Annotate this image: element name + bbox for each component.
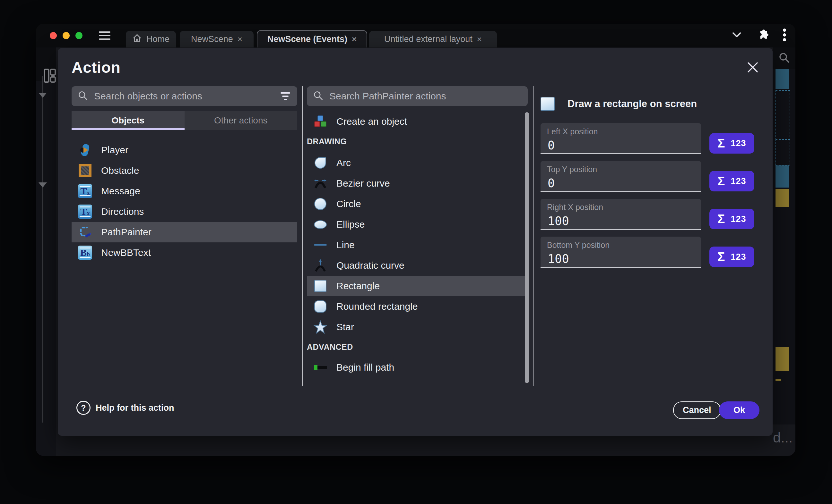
actions-search-box — [307, 86, 528, 106]
action-row-quadratic-curve[interactable]: Quadratic curve — [307, 255, 528, 276]
action-row-line[interactable]: Line — [307, 235, 528, 255]
create-object-icon — [313, 114, 328, 129]
field-label: Bottom Y position — [547, 241, 701, 250]
section-header-drawing: DRAWING — [307, 137, 528, 146]
layout-panels-icon[interactable] — [44, 68, 56, 84]
field-input[interactable] — [547, 252, 690, 266]
circle-icon — [313, 197, 328, 211]
event-block-teal — [776, 69, 789, 89]
tree-collapse-icon[interactable] — [38, 93, 47, 98]
events-text-fragment: d... — [773, 430, 792, 446]
window-tab-home[interactable]: Home — [126, 31, 176, 48]
field-row-bottom-y-position: Bottom Y positionΣ123 — [541, 236, 757, 268]
object-row-newbbtext[interactable]: Bb NewBBText — [72, 242, 297, 263]
expression-editor-button[interactable]: Σ123 — [709, 133, 754, 153]
action-dialog: Action Objects — [58, 48, 773, 436]
expression-editor-button[interactable]: Σ123 — [709, 209, 754, 229]
ok-button[interactable]: Ok — [719, 401, 759, 419]
help-link[interactable]: ? Help for this action — [76, 401, 174, 415]
scrollbar-thumb[interactable] — [525, 112, 529, 383]
expression-editor-button[interactable]: Σ123 — [709, 247, 754, 267]
tab-close-icon[interactable]: × — [352, 34, 357, 44]
search-icon — [77, 90, 88, 102]
event-block-olive — [776, 347, 789, 371]
app-window: HomeNewScene×NewScene (Events)×Untitled … — [36, 24, 796, 456]
rectangle-icon — [313, 279, 328, 293]
action-row-arc[interactable]: Arc — [307, 152, 528, 173]
editor-left-toolbar — [36, 48, 56, 456]
window-tab-untitled-external-layout[interactable]: Untitled external layout× — [369, 31, 497, 48]
field-label: Right X position — [547, 203, 701, 212]
field-input[interactable] — [547, 138, 690, 152]
event-block-teal — [776, 165, 789, 188]
begin-fill-path-icon — [313, 360, 328, 374]
field-label: Top Y position — [547, 165, 701, 174]
tab-objects[interactable]: Objects — [72, 111, 185, 130]
expression-editor-button[interactable]: Σ123 — [709, 171, 754, 191]
chevron-down-icon[interactable] — [731, 29, 743, 42]
object-row-obstacle[interactable]: Obstacle — [72, 160, 297, 181]
action-row-clipped[interactable] — [307, 378, 528, 386]
column-divider — [302, 86, 303, 386]
tab-close-icon[interactable]: × — [477, 34, 482, 44]
window-tab-newscene[interactable]: NewScene× — [180, 31, 254, 48]
field-input[interactable] — [547, 176, 690, 191]
home-icon — [132, 33, 142, 45]
tree-collapse-icon[interactable] — [38, 183, 47, 188]
window-tab-newscene-events-[interactable]: NewScene (Events)× — [257, 30, 367, 48]
text-object-icon: Tx — [78, 204, 92, 219]
traffic-light-minimize[interactable] — [62, 32, 70, 39]
field-input[interactable] — [547, 214, 690, 228]
action-header: Draw a rectangle on screen — [541, 97, 697, 111]
filter-icon[interactable] — [279, 91, 291, 101]
screenshot-stage: HomeNewScene×NewScene (Events)×Untitled … — [0, 0, 832, 504]
field-box: Bottom Y position — [541, 236, 701, 268]
help-icon: ? — [76, 401, 90, 415]
event-block-olive — [776, 189, 789, 207]
search-icon — [313, 90, 323, 102]
action-title: Draw a rectangle on screen — [568, 98, 697, 110]
event-tree-line — [42, 76, 43, 423]
bbtext-icon: Bb — [78, 246, 92, 260]
path-painter-icon — [78, 225, 92, 239]
objects-search-input[interactable] — [94, 90, 279, 102]
star-icon — [313, 320, 328, 334]
sigma-icon: Σ — [718, 250, 725, 264]
events-search-icon[interactable] — [778, 52, 790, 65]
traffic-light-close[interactable] — [50, 32, 57, 39]
field-box: Top Y position — [541, 161, 701, 192]
object-row-player[interactable]: Player — [72, 140, 297, 160]
events-sheet-edge — [773, 48, 796, 424]
action-row-circle[interactable]: Circle — [307, 194, 528, 214]
sigma-icon: Σ — [718, 212, 725, 226]
action-row-star[interactable]: Star — [307, 317, 528, 337]
action-row-bezier-curve[interactable]: Bezier curve — [307, 173, 528, 194]
player-icon — [78, 143, 92, 157]
traffic-light-zoom[interactable] — [75, 32, 82, 39]
column-divider — [534, 86, 534, 386]
events-search-strip — [773, 48, 796, 69]
action-row-ellipse[interactable]: Ellipse — [307, 214, 528, 235]
actions-search-input[interactable] — [329, 90, 522, 102]
event-block-olive-dash — [776, 379, 781, 381]
event-block-dashed — [776, 139, 790, 165]
action-row-rectangle[interactable]: Rectangle — [307, 276, 528, 296]
tab-close-icon[interactable]: × — [237, 34, 242, 44]
tab-other-actions[interactable]: Other actions — [185, 111, 297, 130]
action-row-begin-fill-path[interactable]: Begin fill path — [307, 357, 528, 378]
field-label: Left X position — [547, 127, 701, 136]
field-row-right-x-position: Right X positionΣ123 — [541, 199, 757, 230]
hamburger-menu-button[interactable] — [99, 31, 110, 40]
line-icon — [313, 238, 328, 252]
action-row-create-an-object[interactable]: Create an object — [307, 111, 528, 132]
field-row-top-y-position: Top Y positionΣ123 — [541, 161, 757, 192]
object-row-message[interactable]: Tx Message — [72, 181, 297, 201]
cancel-button[interactable]: Cancel — [673, 401, 721, 419]
close-icon[interactable] — [746, 60, 760, 74]
object-row-directions[interactable]: Tx Directions — [72, 201, 297, 222]
extensions-puzzle-icon[interactable] — [756, 29, 769, 43]
action-row-rounded-rectangle[interactable]: Rounded rectangle — [307, 296, 528, 317]
object-row-pathpainter[interactable]: PathPainter — [72, 222, 297, 242]
ellipse-icon — [313, 217, 328, 231]
kebab-menu-icon[interactable] — [783, 28, 786, 43]
